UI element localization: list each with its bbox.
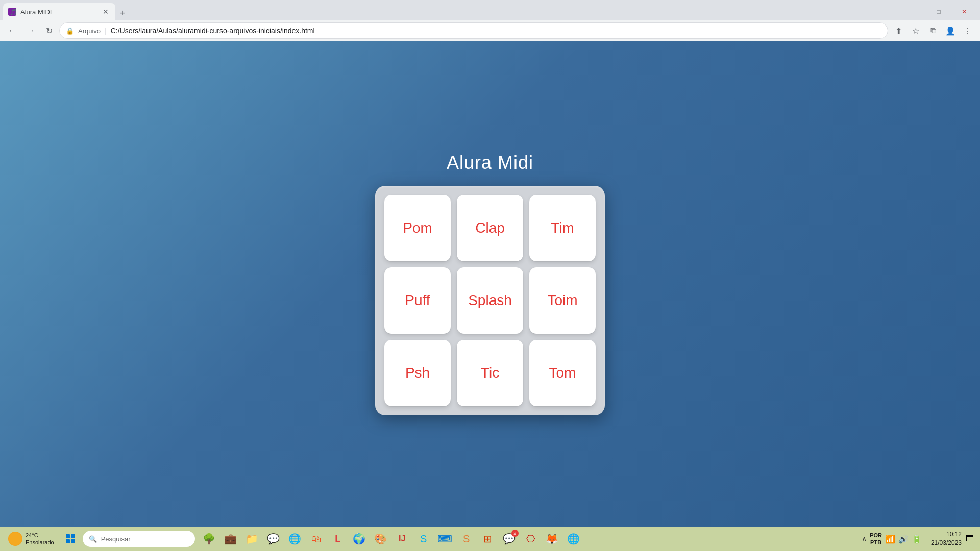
clock: 10:12 21/03/2023 [926, 530, 962, 547]
taskbar-dict-icon[interactable]: L [328, 529, 348, 549]
weather-icon [8, 532, 22, 546]
taskbar-devops-icon[interactable]: ⎔ [521, 529, 541, 549]
taskbar-intellij-icon[interactable]: IJ [392, 529, 412, 549]
drum-pad-container: PomClapTimPuffSplashToimPshTicTom [375, 186, 605, 415]
taskbar-chrome-icon[interactable]: 🌍 [349, 529, 370, 549]
taskbar-icons: 🌳 💼 📁 💬 🌐 🛍 L 🌍 🎨 IJ S ⌨ S ⊞ 💬 2 ⎔ 🦊 🌐 [197, 529, 860, 549]
refresh-button[interactable]: ↻ [41, 22, 57, 39]
taskbar-teams-icon[interactable]: 💬 [263, 529, 284, 549]
close-window-button[interactable]: ✕ [952, 3, 976, 20]
maximize-button[interactable]: □ [927, 3, 950, 20]
taskbar-office-icon[interactable]: ⊞ [478, 529, 498, 549]
taskbar-vscode-icon[interactable]: ⌨ [435, 529, 455, 549]
drum-pad-splash[interactable]: Splash [457, 267, 523, 334]
browser-tab-alura-midi[interactable]: 🎵 Alura MIDI ✕ [3, 3, 115, 20]
lang-layout: PTB [870, 539, 882, 546]
system-tray: ∧ POR PTB 📶 🔊 🔋 [862, 532, 922, 546]
page-title: Alura Midi [447, 152, 533, 173]
address-text: C:/Users/laura/Aulas/aluramidi-curso-arq… [111, 27, 881, 35]
tab-close-button[interactable]: ✕ [101, 7, 110, 16]
tab-title: Alura MIDI [20, 8, 97, 16]
taskbar-tree-icon[interactable]: 🌳 [199, 529, 219, 549]
search-placeholder: Pesquisar [101, 535, 131, 543]
taskbar-search[interactable]: 🔍 Pesquisar [83, 531, 195, 547]
weather-text: 24°C Ensolarado [26, 532, 54, 546]
weather-condition: Ensolarado [26, 539, 54, 546]
drum-pad-tom[interactable]: Tom [529, 340, 596, 406]
address-bar[interactable]: 🔒 Arquivo | C:/Users/laura/Aulas/alurami… [59, 22, 888, 39]
forward-button[interactable]: → [22, 22, 39, 39]
menu-button[interactable]: ⋮ [960, 22, 976, 39]
drum-pad-puff[interactable]: Puff [384, 267, 451, 334]
taskbar-chrome2-icon[interactable]: 🌐 [564, 529, 584, 549]
svg-text:🎵: 🎵 [10, 8, 16, 16]
drum-pad-toim[interactable]: Toim [529, 267, 596, 334]
start-button[interactable] [60, 529, 81, 549]
taskbar: 24°C Ensolarado 🔍 Pesquisar 🌳 💼 📁 💬 🌐 🛍 … [0, 527, 980, 551]
toolbar-right: ⬆ ☆ ⧉ 👤 ⋮ [890, 22, 976, 39]
page-content: Alura Midi PomClapTimPuffSplashToimPshTi… [0, 41, 980, 527]
windows-logo-icon [66, 534, 75, 543]
clock-date: 21/03/2023 [926, 539, 962, 547]
bookmark-button[interactable]: ☆ [908, 22, 924, 39]
weather-temp: 24°C [26, 532, 54, 539]
new-tab-button[interactable]: + [115, 6, 130, 20]
address-separator: | [105, 27, 107, 35]
lang-code: POR [870, 532, 882, 539]
drum-grid: PomClapTimPuffSplashToimPshTicTom [384, 195, 596, 406]
search-icon: 🔍 [89, 535, 97, 543]
wifi-icon: 📶 [885, 534, 895, 544]
taskbar-store-icon[interactable]: 🛍 [306, 529, 327, 549]
browser-frame: 🎵 Alura MIDI ✕ + ─ □ ✕ ← → ↻ 🔒 Arquivo |… [0, 0, 980, 41]
taskbar-edge-icon[interactable]: 🌐 [285, 529, 305, 549]
share-button[interactable]: ⬆ [890, 22, 906, 39]
weather-widget: 24°C Ensolarado [4, 532, 58, 546]
language-indicator: POR PTB [870, 532, 882, 546]
drum-pad-tic[interactable]: Tic [457, 340, 523, 406]
taskbar-firefox-icon[interactable]: 🦊 [542, 529, 562, 549]
taskbar-skype-icon[interactable]: S [413, 529, 434, 549]
taskbar-teams2-icon-wrap: 💬 2 [499, 529, 520, 549]
drum-pad-pom[interactable]: Pom [384, 195, 451, 261]
taskbar-briefcase-icon[interactable]: 💼 [220, 529, 241, 549]
browser-toolbar: ← → ↻ 🔒 Arquivo | C:/Users/laura/Aulas/a… [0, 20, 980, 41]
security-icon: 🔒 [66, 27, 74, 35]
drum-pad-clap[interactable]: Clap [457, 195, 523, 261]
address-prefix: Arquivo [78, 27, 101, 35]
taskbar-sublime-icon[interactable]: S [456, 529, 477, 549]
clock-time: 10:12 [926, 530, 962, 539]
drum-pad-tim[interactable]: Tim [529, 195, 596, 261]
notifications-button[interactable]: 🗔 [966, 534, 974, 543]
chevron-up-icon[interactable]: ∧ [862, 535, 867, 543]
taskbar-folder-icon[interactable]: 📁 [242, 529, 262, 549]
tab-favicon-icon: 🎵 [8, 8, 16, 16]
extensions-button[interactable]: ⧉ [925, 22, 941, 39]
taskbar-figma-icon[interactable]: 🎨 [371, 529, 391, 549]
tab-bar: 🎵 Alura MIDI ✕ + ─ □ ✕ [0, 0, 980, 20]
minimize-button[interactable]: ─ [901, 3, 925, 20]
profile-button[interactable]: 👤 [942, 22, 959, 39]
battery-icon: 🔋 [912, 534, 922, 544]
volume-icon: 🔊 [898, 534, 909, 544]
drum-pad-psh[interactable]: Psh [384, 340, 451, 406]
taskbar-right: ∧ POR PTB 📶 🔊 🔋 10:12 21/03/2023 🗔 [862, 530, 976, 547]
back-button[interactable]: ← [4, 22, 20, 39]
notification-badge: 2 [511, 530, 519, 537]
window-controls: ─ □ ✕ [901, 3, 980, 20]
